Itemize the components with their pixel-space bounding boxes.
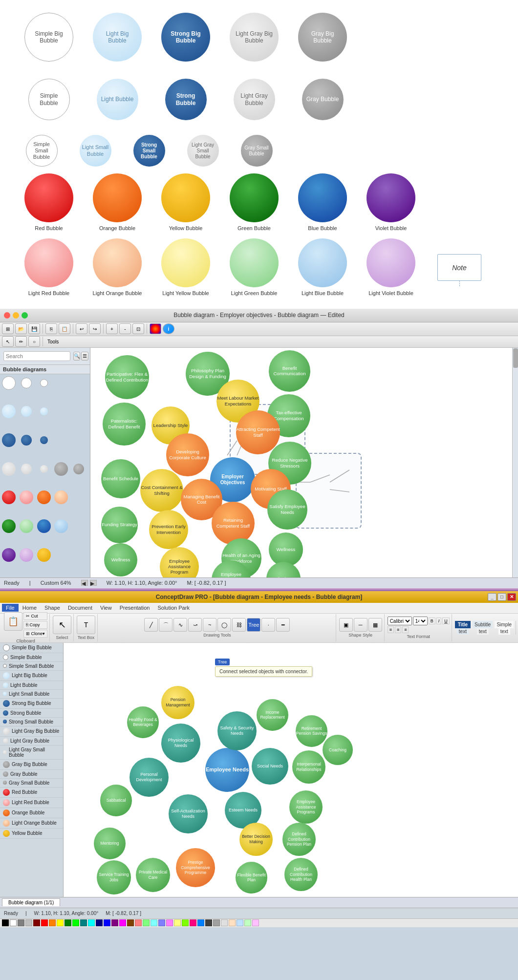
swatch-navy[interactable]	[96, 919, 103, 926]
en-income-replace[interactable]: Income Replacement	[257, 699, 288, 731]
node-funding[interactable]: Funding Strategy	[101, 507, 138, 543]
swatch-teal[interactable]	[80, 919, 87, 926]
zoom-in-btn[interactable]: +	[106, 323, 118, 334]
swatch-lime[interactable]	[72, 919, 79, 926]
point-btn[interactable]: ·	[261, 618, 275, 632]
light-red-bubble-item[interactable]: Light Red Bubble	[15, 238, 83, 298]
green-bubble-item[interactable]: Green Bubble	[220, 173, 288, 234]
sb-lgray-sm[interactable]	[40, 465, 48, 473]
open-btn[interactable]: 📂	[15, 323, 27, 334]
gray-big-bubble-item[interactable]: Gray Big Bubble	[288, 10, 357, 64]
new-btn[interactable]: ⊞	[2, 323, 14, 334]
swatch-blue[interactable]	[104, 919, 110, 926]
light-blue-bubble[interactable]	[298, 238, 347, 287]
light-big-bubble-item[interactable]: Light Big Bubble	[83, 10, 151, 64]
close-button[interactable]	[4, 312, 10, 319]
node-developing[interactable]: Developing Corporate Culture	[166, 433, 209, 476]
tab-bubble-diagram[interactable]: Bubble diagram (1/1)	[2, 898, 60, 906]
lightgray-bubble-item[interactable]: Light Gray Bubble	[220, 68, 288, 122]
sb-gray-med[interactable]	[73, 464, 84, 474]
light-yellow-bubble-item[interactable]: Light Yellow Bubble	[151, 238, 220, 298]
sb-light-big[interactable]	[2, 405, 16, 418]
light-violet-bubble[interactable]	[367, 238, 415, 287]
textbox-btn[interactable]: T	[77, 616, 95, 634]
page-next[interactable]: ▶	[90, 580, 97, 586]
swatch-lightgray[interactable]	[221, 919, 228, 926]
violet-bubble-item[interactable]: Violet Bubble	[357, 173, 425, 234]
swatch-peach[interactable]	[229, 919, 236, 926]
green-bubble[interactable]	[230, 173, 279, 222]
note-shape[interactable]: Note	[437, 254, 481, 281]
gray-bubble-item[interactable]: Gray Bubble	[288, 68, 357, 122]
light-yellow-bubble[interactable]	[161, 238, 210, 287]
list-btn[interactable]: ☰	[81, 352, 88, 361]
en-prestige-prog[interactable]: Prestige Comprehensive Programme	[176, 848, 215, 887]
light-small-bubble-item[interactable]: Light Small Bubble	[68, 127, 122, 169]
menu-solution[interactable]: Solution Park	[153, 604, 193, 612]
zoom-out-btn[interactable]: -	[119, 323, 131, 334]
font-size-select[interactable]: 14	[413, 617, 428, 625]
draw-btn[interactable]: ✏	[15, 336, 27, 347]
arc-btn[interactable]: ⌒	[159, 618, 173, 632]
en-sabbatical[interactable]: Sabbatical	[100, 785, 132, 816]
shape-btn[interactable]: ○	[28, 336, 40, 347]
light-bubble-item[interactable]: Light Bubble	[83, 68, 151, 122]
tree-btn[interactable]: Tree	[247, 618, 260, 632]
light-orange-bubble[interactable]	[93, 238, 142, 287]
sb-strong-med[interactable]	[21, 435, 32, 446]
en-social[interactable]: Social Needs	[252, 748, 288, 785]
swatch-cyan[interactable]	[88, 919, 95, 926]
en-employee-needs[interactable]: Employee Needs	[205, 748, 249, 792]
swatch-darkgray[interactable]	[205, 919, 212, 926]
menu-file[interactable]: File	[2, 604, 19, 612]
search-input[interactable]	[3, 351, 70, 361]
sb-yellow[interactable]	[37, 548, 51, 562]
node-wellness2[interactable]: Wellness	[269, 533, 303, 567]
swatch-maroon[interactable]	[33, 919, 40, 926]
ws-strong-big[interactable]: Strong Big Bubble	[0, 699, 63, 709]
fill-btn[interactable]: ▣	[339, 618, 353, 632]
swatch-red[interactable]	[41, 919, 48, 926]
blue-bubble-item[interactable]: Blue Bubble	[288, 173, 357, 234]
gray-big-bubble[interactable]: Gray Big Bubble	[298, 13, 347, 62]
menu-document[interactable]: Document	[64, 604, 96, 612]
menu-shape[interactable]: Shape	[41, 604, 64, 612]
swatch-green[interactable]	[65, 919, 71, 926]
light-small-bubble[interactable]: Light Small Bubble	[80, 135, 111, 167]
align-right-btn[interactable]: ≡	[402, 626, 409, 633]
ws-light-sm[interactable]: Light Small Bubble	[0, 690, 63, 699]
en-coaching[interactable]: Coaching	[323, 735, 353, 765]
light-green-bubble-item[interactable]: Light Green Bubble	[220, 238, 288, 298]
color-btn[interactable]	[150, 323, 161, 334]
sb-gray-big[interactable]	[54, 462, 68, 476]
save-btn[interactable]: 💾	[28, 323, 40, 334]
subtitle-style-btn[interactable]: Subtitle text	[473, 621, 493, 635]
en-healthy-food[interactable]: Healthy Food & Beverages	[127, 706, 159, 738]
strong-small-bubble[interactable]: Strong Small Bubble	[133, 135, 165, 167]
tree-connector-btn[interactable]: Tree	[215, 659, 230, 665]
lineshadow-btn[interactable]: ━	[276, 618, 290, 632]
sb-simple-big[interactable]	[2, 376, 16, 390]
blue-bubble[interactable]	[298, 173, 347, 222]
en-physiological[interactable]: Physiological Needs	[161, 724, 200, 763]
swatch-silver[interactable]	[25, 919, 32, 926]
yellow-bubble-item[interactable]: Yellow Bubble	[151, 173, 220, 234]
menu-home[interactable]: Home	[19, 604, 41, 612]
ws-lorange[interactable]: Light Orange Bubble	[0, 818, 63, 829]
select-btn[interactable]: ↖	[2, 336, 14, 347]
light-big-bubble[interactable]: Light Big Bubble	[93, 13, 142, 62]
swatch-rose[interactable]	[190, 919, 196, 926]
menu-presentation[interactable]: Presentation	[116, 604, 154, 612]
note-item[interactable]: Note	[425, 242, 494, 296]
sb-violet[interactable]	[2, 548, 16, 562]
simple-big-bubble[interactable]: Simple Big Bubble	[24, 13, 73, 62]
swatch-chartreuse[interactable]	[182, 919, 189, 926]
simple-small-bubble-item[interactable]: Simple Small Bubble	[15, 127, 68, 169]
win-close[interactable]: ✕	[507, 593, 516, 601]
swatch-mint[interactable]	[244, 919, 251, 926]
en-self-actual[interactable]: Self-Actualization Needs	[169, 794, 208, 833]
sb-strong-big[interactable]	[2, 433, 16, 447]
sb-simple-sm[interactable]	[40, 379, 48, 387]
align-left-btn[interactable]: ≡	[388, 626, 394, 633]
swatch-lightpurple[interactable]	[166, 919, 173, 926]
